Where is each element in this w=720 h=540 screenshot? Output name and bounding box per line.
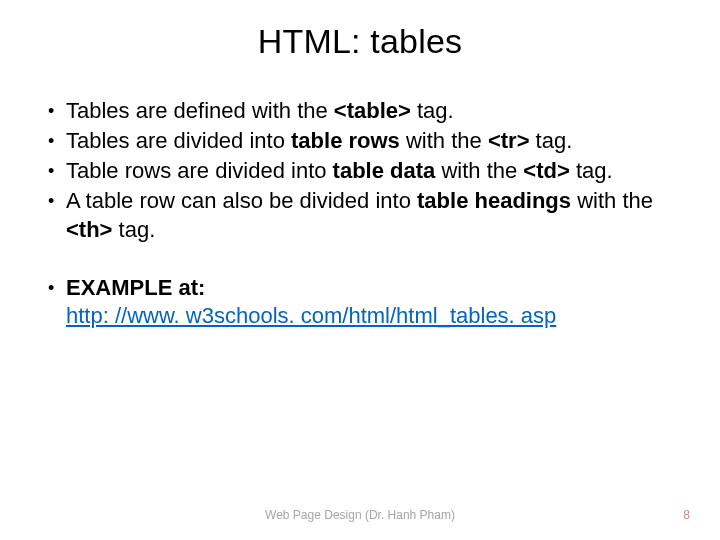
bullet-item: • Tables are divided into table rows wit… bbox=[46, 127, 680, 155]
bullet-item: • A table row can also be divided into t… bbox=[46, 187, 680, 243]
bold-span: <tr> bbox=[488, 128, 530, 153]
text-span: tag. bbox=[411, 98, 454, 123]
bullet-dot-icon: • bbox=[46, 127, 66, 153]
bullet-text: Tables are defined with the <table> tag. bbox=[66, 97, 680, 125]
text-span: tag. bbox=[529, 128, 572, 153]
bold-span: <table> bbox=[334, 98, 411, 123]
text-span: A table row can also be divided into bbox=[66, 188, 417, 213]
text-span: with the bbox=[571, 188, 653, 213]
example-label: EXAMPLE at: bbox=[66, 275, 205, 300]
text-span: Tables are defined with the bbox=[66, 98, 334, 123]
slide-title: HTML: tables bbox=[40, 22, 680, 61]
text-span: with the bbox=[435, 158, 523, 183]
bullet-dot-icon: • bbox=[46, 157, 66, 183]
text-span: with the bbox=[400, 128, 488, 153]
bullet-text: Table rows are divided into table data w… bbox=[66, 157, 680, 185]
slide-footer: Web Page Design (Dr. Hanh Pham) bbox=[0, 508, 720, 522]
bullet-dot-icon: • bbox=[46, 187, 66, 213]
example-link[interactable]: http: //www. w3schools. com/html/html_ta… bbox=[66, 303, 556, 328]
text-span: tag. bbox=[570, 158, 613, 183]
bold-span: table rows bbox=[291, 128, 400, 153]
text-span: Tables are divided into bbox=[66, 128, 291, 153]
page-number: 8 bbox=[683, 508, 690, 522]
bullet-group-main: • Tables are defined with the <table> ta… bbox=[46, 97, 680, 244]
text-span: Table rows are divided into bbox=[66, 158, 333, 183]
text-span: tag. bbox=[112, 217, 155, 242]
bold-span: <td> bbox=[523, 158, 569, 183]
bullet-text: Tables are divided into table rows with … bbox=[66, 127, 680, 155]
bullet-group-example: • EXAMPLE at: http: //www. w3schools. co… bbox=[46, 274, 680, 330]
bullet-dot-icon: • bbox=[46, 274, 66, 300]
bullet-item: • Tables are defined with the <table> ta… bbox=[46, 97, 680, 125]
slide-content: • Tables are defined with the <table> ta… bbox=[40, 97, 680, 330]
bold-span: <th> bbox=[66, 217, 112, 242]
bullet-item: • EXAMPLE at: http: //www. w3schools. co… bbox=[46, 274, 680, 330]
bullet-text: A table row can also be divided into tab… bbox=[66, 187, 680, 243]
bold-span: table headings bbox=[417, 188, 571, 213]
bold-span: table data bbox=[333, 158, 436, 183]
bullet-item: • Table rows are divided into table data… bbox=[46, 157, 680, 185]
bullet-dot-icon: • bbox=[46, 97, 66, 123]
slide: HTML: tables • Tables are defined with t… bbox=[0, 0, 720, 540]
bullet-text: EXAMPLE at: http: //www. w3schools. com/… bbox=[66, 274, 680, 330]
